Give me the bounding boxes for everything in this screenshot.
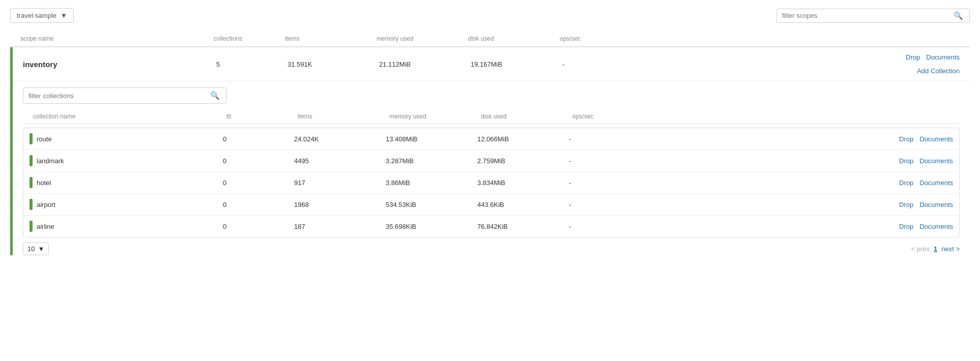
scope-block: inventory 5 31.591K 21.112MiB 19.167MiB … [10, 47, 970, 255]
next-page-link[interactable]: next > [941, 245, 960, 253]
filter-scopes-input[interactable] [782, 12, 953, 19]
scope-items: 31.591K [287, 61, 379, 68]
page-size-select[interactable]: 10 ▼ [23, 243, 49, 255]
table-row: landmark 0 4495 3.287MiB 2.759MiB - Drop… [23, 150, 959, 172]
col-collections: collections [214, 35, 285, 42]
status-indicator [30, 133, 33, 144]
filter-scopes-search-icon[interactable]: 🔍 [953, 11, 964, 20]
collection-ttl: 0 [223, 201, 294, 208]
scope-collections: 5 [216, 61, 287, 68]
col-memory-used: memory used [377, 35, 468, 42]
table-row: airport 0 1968 534.53KiB 443.6KiB - Drop… [23, 194, 959, 216]
collection-name-cell: route [30, 133, 223, 144]
collection-drop-link[interactable]: Drop [899, 157, 913, 165]
collection-documents-link[interactable]: Documents [919, 157, 953, 165]
col-items: items [285, 35, 377, 42]
collection-memory-used: 3.86MiB [386, 179, 477, 187]
filter-collections-input[interactable] [28, 92, 209, 100]
col-coll-ops-sec: ops/sec [572, 113, 664, 120]
collection-ttl: 0 [223, 223, 294, 230]
scope-documents-link[interactable]: Documents [926, 53, 960, 61]
collection-actions: Drop Documents [660, 157, 953, 165]
collection-disk-used: 2.759MiB [477, 157, 569, 165]
collection-name-cell: hotel [30, 177, 223, 188]
scope-actions: Drop Documents Add Collection [654, 53, 960, 75]
collection-actions: Drop Documents [660, 201, 953, 208]
collection-drop-link[interactable]: Drop [899, 223, 913, 230]
pagination-links: < prev 1 next > [911, 245, 960, 253]
collections-table: route 0 24.024K 13.408MiB 12.066MiB - Dr… [23, 128, 960, 237]
collection-name: airline [37, 223, 54, 230]
scope-memory-used: 21.112MiB [379, 61, 471, 68]
col-coll-memory-used: memory used [389, 113, 481, 120]
col-coll-items: items [298, 113, 389, 120]
filter-collections-search-icon[interactable]: 🔍 [209, 91, 221, 100]
collection-ops-sec: - [569, 135, 660, 143]
scope-actions-top-row: Drop Documents [906, 53, 960, 61]
bucket-dropdown-icon: ▼ [61, 12, 67, 19]
collection-ops-sec: - [569, 157, 660, 165]
status-indicator [30, 221, 33, 232]
scope-disk-used: 19.167MiB [471, 61, 562, 68]
collection-documents-link[interactable]: Documents [919, 179, 953, 187]
bucket-dropdown[interactable]: travel-sample ▼ [10, 8, 74, 23]
table-row: hotel 0 917 3.86MiB 3.834MiB - Drop Docu… [23, 172, 959, 194]
collection-name: airport [37, 201, 55, 208]
collection-ops-sec: - [569, 179, 660, 187]
collection-name: hotel [37, 179, 51, 187]
collection-ttl: 0 [223, 179, 294, 187]
collection-drop-link[interactable]: Drop [899, 179, 913, 187]
bucket-name: travel-sample [17, 12, 56, 19]
table-row: airline 0 187 35.698KiB 76.842KiB - Drop… [23, 216, 959, 237]
collection-items: 1968 [294, 201, 386, 208]
collection-documents-link[interactable]: Documents [919, 201, 953, 208]
col-disk-used: disk used [468, 35, 560, 42]
collection-memory-used: 35.698KiB [386, 223, 477, 230]
collection-disk-used: 76.842KiB [477, 223, 569, 230]
collection-memory-used: 3.287MiB [386, 157, 477, 165]
col-ttl: ttl [226, 113, 298, 120]
collection-memory-used: 13.408MiB [386, 135, 477, 143]
top-bar: travel-sample ▼ 🔍 [10, 8, 970, 23]
collection-name-cell: airline [30, 221, 223, 232]
collection-name-cell: airport [30, 199, 223, 210]
status-indicator [30, 177, 33, 188]
col-ops-sec: ops/sec [560, 35, 651, 42]
scope-drop-link[interactable]: Drop [906, 53, 920, 61]
current-page-link[interactable]: 1 [934, 245, 937, 253]
collection-documents-link[interactable]: Documents [919, 223, 953, 230]
filter-collections-wrapper: 🔍 [23, 87, 226, 104]
filter-scopes-wrapper: 🔍 [776, 9, 970, 23]
collection-drop-link[interactable]: Drop [899, 135, 913, 143]
pagination-row: 10 ▼ < prev 1 next > [23, 243, 960, 255]
col-collection-name: collection name [33, 113, 226, 120]
collection-ttl: 0 [223, 135, 294, 143]
collection-name-cell: landmark [30, 155, 223, 166]
scopes-table-header: scope name collections items memory used… [10, 31, 970, 47]
collection-actions: Drop Documents [660, 179, 953, 187]
scope-add-collection-link[interactable]: Add Collection [917, 67, 960, 75]
collection-items: 4495 [294, 157, 386, 165]
status-indicator [30, 155, 33, 166]
col-coll-disk-used: disk used [481, 113, 572, 120]
collection-memory-used: 534.53KiB [386, 201, 477, 208]
collection-actions: Drop Documents [660, 223, 953, 230]
collection-ttl: 0 [223, 157, 294, 165]
scope-ops-sec: - [562, 61, 654, 68]
page-size-dropdown-icon: ▼ [38, 245, 44, 253]
status-indicator [30, 199, 33, 210]
collection-drop-link[interactable]: Drop [899, 201, 913, 208]
collections-table-header: collection name ttl items memory used di… [23, 110, 960, 124]
collection-items: 187 [294, 223, 386, 230]
prev-page-link[interactable]: < prev [911, 245, 930, 253]
collection-disk-used: 443.6KiB [477, 201, 569, 208]
collection-disk-used: 12.066MiB [477, 135, 569, 143]
collection-items: 917 [294, 179, 386, 187]
table-row: route 0 24.024K 13.408MiB 12.066MiB - Dr… [23, 128, 959, 150]
collection-name: landmark [37, 157, 64, 165]
collection-documents-link[interactable]: Documents [919, 135, 953, 143]
collection-disk-used: 3.834MiB [477, 179, 569, 187]
col-actions [651, 35, 960, 42]
scope-row: inventory 5 31.591K 21.112MiB 19.167MiB … [13, 47, 970, 81]
collection-name: route [37, 135, 52, 143]
